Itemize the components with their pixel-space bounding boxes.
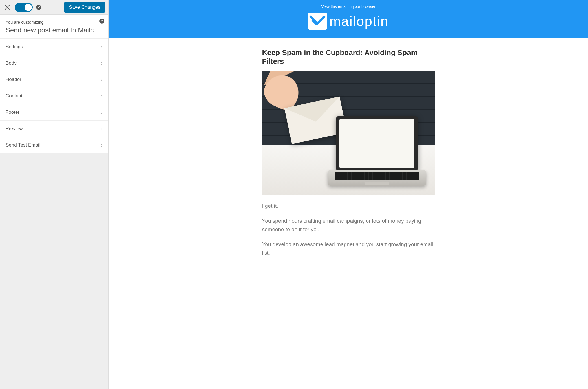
section-label: Body — [6, 60, 17, 66]
section-label: Send Test Email — [6, 142, 40, 148]
section-content[interactable]: Content › — [0, 88, 108, 104]
laptop-illustration — [328, 116, 426, 192]
toggle-knob — [25, 4, 32, 11]
enable-toggle[interactable] — [15, 3, 33, 12]
chevron-right-icon: › — [101, 93, 103, 99]
customizer-sections: Settings › Body › Header › Content › Foo… — [0, 38, 108, 153]
save-button[interactable]: Save Changes — [64, 2, 105, 13]
svg-rect-0 — [308, 13, 327, 30]
view-in-browser-link[interactable]: View this email in your browser — [321, 4, 376, 9]
email-header: View this email in your browser mailopti… — [109, 0, 588, 38]
section-settings[interactable]: Settings › — [0, 38, 108, 55]
help-icon[interactable]: ? — [36, 5, 41, 10]
preview-pane[interactable]: View this email in your browser mailopti… — [109, 0, 588, 389]
customizer-sidebar: ? Save Changes ? You are customizing Sen… — [0, 0, 109, 389]
section-label: Settings — [6, 44, 23, 50]
close-icon[interactable] — [3, 3, 11, 11]
section-label: Header — [6, 77, 21, 82]
customizer-topbar: ? Save Changes — [0, 0, 108, 15]
chevron-right-icon: › — [101, 60, 103, 66]
chevron-right-icon: › — [101, 142, 103, 148]
chevron-right-icon: › — [101, 125, 103, 132]
chevron-right-icon: › — [101, 76, 103, 83]
section-header[interactable]: Header › — [0, 71, 108, 88]
section-body[interactable]: Body › — [0, 55, 108, 71]
logo-mark-icon — [308, 13, 327, 30]
hero-image — [262, 71, 435, 195]
app-root: ? Save Changes ? You are customizing Sen… — [0, 0, 588, 389]
help-icon[interactable]: ? — [99, 19, 104, 24]
article-paragraph: I get it. — [262, 202, 435, 210]
section-footer[interactable]: Footer › — [0, 104, 108, 121]
article-paragraph: You develop an awesome lead magnet and y… — [262, 240, 435, 257]
section-label: Footer — [6, 110, 19, 115]
email-body: Keep Spam in the Cupboard: Avoiding Spam… — [258, 48, 439, 257]
article-paragraph: You spend hours crafting email campaigns… — [262, 217, 435, 233]
section-send-test[interactable]: Send Test Email › — [0, 137, 108, 153]
customizer-heading: ? You are customizing Send new post emai… — [0, 15, 108, 38]
chevron-right-icon: › — [101, 43, 103, 50]
brand-name: mailoptin — [329, 14, 389, 29]
section-preview[interactable]: Preview › — [0, 121, 108, 137]
customizing-label: You are customizing — [6, 20, 103, 25]
section-label: Preview — [6, 126, 23, 132]
chevron-right-icon: › — [101, 109, 103, 115]
article-title: Keep Spam in the Cupboard: Avoiding Spam… — [262, 48, 435, 66]
brand-logo: mailoptin — [109, 13, 588, 30]
section-label: Content — [6, 93, 23, 99]
page-title: Send new post email to Mailchi… — [6, 26, 103, 34]
